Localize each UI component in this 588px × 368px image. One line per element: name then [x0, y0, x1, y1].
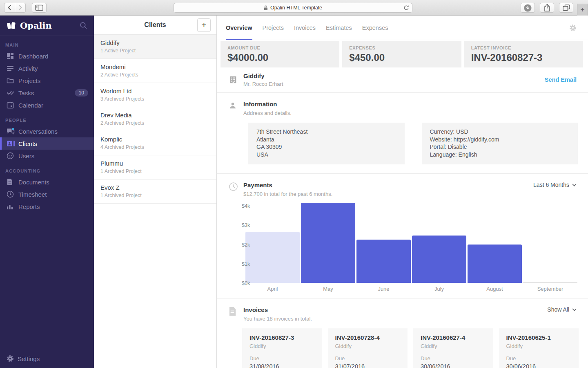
sidebar-item-label: Clients — [18, 140, 37, 147]
tab-overview[interactable]: Overview — [226, 16, 252, 40]
invoice-due-label: Due — [249, 355, 315, 361]
client-settings-gear-icon[interactable] — [569, 24, 577, 31]
bar-may[interactable] — [301, 203, 355, 283]
invoice-card[interactable]: INV-20160827-3 Giddify Due 31/08/2016 Am… — [242, 328, 322, 368]
sidebar-item-label: Projects — [18, 77, 40, 84]
invoice-card[interactable]: INV-20160625-1 Giddify Due 30/06/2016 Am… — [499, 328, 579, 368]
sidebar-section-label: PEOPLE — [0, 111, 94, 125]
payments-title: Payments — [243, 182, 332, 188]
client-list: Giddify 1 Active Project Mondemi 2 Activ… — [94, 35, 216, 204]
stat-box: LATEST INVOICE INV-20160827-3 — [464, 41, 583, 67]
sidebar-item-reports[interactable]: Reports — [0, 200, 94, 213]
bar-june[interactable] — [356, 240, 411, 283]
client-list-item[interactable]: Giddify 1 Active Project — [94, 35, 216, 59]
detail-line: Language: English — [430, 151, 570, 159]
invoices-filter-dropdown[interactable]: Show All — [547, 306, 577, 313]
count-badge: 10 — [75, 89, 88, 96]
opalin-logo-icon — [7, 21, 16, 30]
information-section: Information Address and details. 7th Str… — [217, 93, 588, 174]
share-icon — [544, 4, 550, 12]
browser-forward-button[interactable] — [15, 3, 26, 13]
client-list-item[interactable]: Worlom Ltd 3 Archived Projects — [94, 83, 216, 107]
information-title: Information — [243, 101, 292, 108]
address-box: 7th Street NortheastAtlantaGA 30309USA — [248, 123, 405, 164]
month-label: May — [301, 286, 355, 292]
bar-september[interactable] — [523, 282, 577, 283]
client-contact: Mr. Rocco Erhart — [243, 81, 283, 87]
invoices-subtitle: You have 18 invoices in total. — [243, 316, 312, 322]
stat-value: INV-20160827-3 — [471, 52, 583, 63]
client-list-item[interactable]: Komplic 4 Archived Projects — [94, 131, 216, 155]
downloads-button[interactable] — [521, 3, 535, 13]
client-header-name: Giddify — [243, 72, 283, 79]
bar-july[interactable] — [412, 236, 466, 283]
browser-sidebar-toggle-button[interactable] — [32, 3, 47, 13]
browser-back-button[interactable] — [4, 3, 15, 13]
payments-chart: $0k$1k$2k$3k$4k — [245, 202, 577, 283]
invoices-filter-value: Show All — [547, 306, 569, 313]
bar-april[interactable] — [245, 232, 300, 283]
invoice-number: INV-20160627-4 — [421, 334, 486, 341]
tab-invoices[interactable]: Invoices — [294, 16, 316, 40]
sidebar-item-projects[interactable]: Projects — [0, 74, 94, 87]
client-meta: 1 Archived Project — [100, 193, 210, 198]
projects-icon — [7, 77, 15, 84]
reload-icon[interactable] — [403, 5, 409, 11]
chevron-down-icon — [572, 308, 577, 311]
sidebar-section-main: MAIN Dashboard Activity — [0, 36, 94, 111]
invoices-section: Invoices You have 18 invoices in total. … — [217, 298, 588, 368]
detail-line: Website: https://giddify.com — [430, 136, 570, 144]
invoice-card[interactable]: INV-20160627-4 Giddify Due 30/06/2016 Am… — [413, 328, 493, 368]
sidebar-item-label: Documents — [18, 179, 49, 186]
tab-projects[interactable]: Projects — [263, 16, 284, 40]
invoice-due-date: 31/08/2016 — [249, 363, 315, 368]
new-tab-button[interactable]: + — [577, 4, 588, 16]
client-name: Giddify — [100, 39, 210, 46]
payments-range-dropdown[interactable]: Last 6 Months — [533, 182, 577, 188]
sidebar-item-activity[interactable]: Activity — [0, 62, 94, 74]
sidebar-list-main: Dashboard Activity Projects — [0, 50, 94, 111]
sidebar-section-accounting: ACCOUNTING Documents Timesheet — [0, 162, 94, 213]
tab-expenses[interactable]: Expenses — [362, 16, 388, 40]
address-line: USA — [256, 151, 396, 159]
stat-label: EXPENSES — [349, 45, 461, 50]
address-bar[interactable]: Opalin HTML Template — [174, 3, 412, 13]
sidebar-item-documents[interactable]: Documents — [0, 176, 94, 188]
stat-box: AMOUNT DUE $4000.00 — [220, 41, 339, 67]
client-list-item[interactable]: Evox Z 1 Archived Project — [94, 180, 216, 204]
stat-label: LATEST INVOICE — [471, 45, 583, 50]
share-button[interactable] — [540, 3, 554, 13]
sidebar-item-conversations[interactable]: Conversations — [0, 125, 94, 137]
stat-label: AMOUNT DUE — [227, 45, 339, 50]
client-list-item[interactable]: Drev Media 2 Archived Projects — [94, 107, 216, 131]
invoice-client: Giddify — [249, 343, 315, 349]
y-axis-tick: $0k — [242, 280, 250, 286]
client-list-item[interactable]: Plummu 1 Archived Project — [94, 155, 216, 180]
tabs-overview-button[interactable] — [559, 3, 573, 13]
sidebar-item-label: Dashboard — [18, 53, 48, 60]
sidebar-item-users[interactable]: Users — [0, 150, 94, 162]
invoice-due-label: Due — [421, 355, 486, 361]
invoice-number: INV-20160625-1 — [506, 334, 572, 341]
information-subtitle: Address and details. — [243, 110, 292, 116]
bar-august[interactable] — [468, 245, 522, 283]
sidebar-item-tasks[interactable]: Tasks 10 — [0, 87, 94, 99]
sidebar-item-dashboard[interactable]: Dashboard — [0, 50, 94, 62]
client-meta: 1 Archived Project — [100, 168, 210, 174]
send-email-link[interactable]: Send Email — [545, 76, 577, 83]
sidebar-item-calendar[interactable]: Calendar — [0, 99, 94, 111]
sidebar-section-people: PEOPLE Conversations Clients — [0, 111, 94, 162]
sidebar-item-clients[interactable]: Clients — [0, 137, 94, 150]
client-list-item[interactable]: Mondemi 2 Active Projects — [94, 59, 216, 83]
detail-line: Currency: USD — [430, 128, 570, 136]
sidebar-item-settings[interactable]: Settings — [0, 349, 94, 368]
users-icon — [7, 152, 15, 159]
invoice-card[interactable]: INV-20160728-4 Giddify Due 31/07/2016 Am… — [328, 328, 408, 368]
tab-estimates[interactable]: Estimates — [326, 16, 352, 40]
add-client-button[interactable]: + — [197, 18, 211, 32]
sidebar-item-timesheet[interactable]: Timesheet — [0, 188, 94, 200]
search-icon[interactable] — [80, 22, 87, 29]
payments-section: Payments $12.700 in total for the past 6… — [217, 174, 588, 298]
clients-panel-title: Clients — [144, 21, 166, 29]
month-label: June — [356, 286, 411, 292]
